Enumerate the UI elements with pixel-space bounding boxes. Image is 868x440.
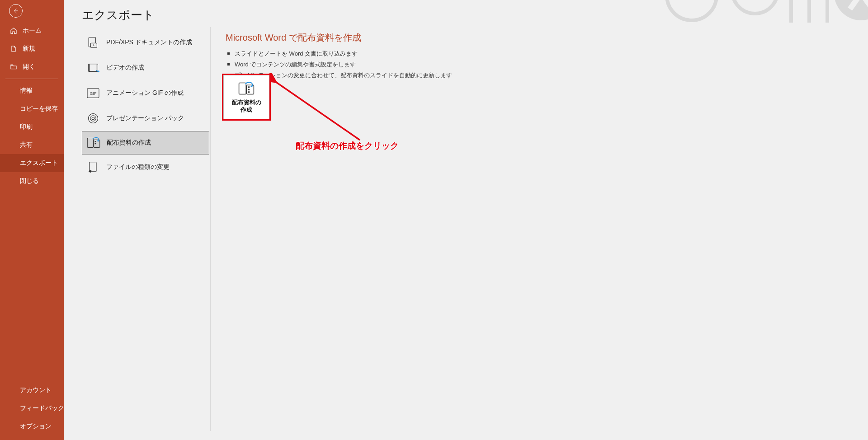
export-option-video[interactable]: ビデオの作成 bbox=[82, 55, 209, 80]
backstage-main: エクスポート PDF/XPS ドキュメントの作成ビデオの作成GIFアニメーション… bbox=[64, 0, 868, 440]
detail-title: Microsoft Word で配布資料を作成 bbox=[226, 32, 452, 44]
sidebar-item-label: 閉じる bbox=[20, 177, 39, 185]
sidebar-item-info[interactable]: 情報 bbox=[0, 82, 64, 100]
sidebar-item-label: フィードバック bbox=[20, 404, 64, 412]
new-icon bbox=[9, 44, 18, 53]
vertical-divider bbox=[210, 27, 211, 431]
svg-point-9 bbox=[92, 117, 94, 120]
export-option-gif[interactable]: GIFアニメーション GIF の作成 bbox=[82, 80, 209, 106]
decorative-shapes bbox=[656, 0, 868, 50]
svg-point-10 bbox=[90, 116, 96, 122]
svg-point-1 bbox=[732, 0, 778, 14]
sidebar-item-label: 開く bbox=[23, 63, 35, 71]
sidebar-item-open[interactable]: 開く bbox=[0, 58, 64, 76]
annotation-arrow bbox=[269, 73, 364, 143]
pdfxps-icon bbox=[86, 36, 100, 49]
handouts-arrow-icon bbox=[238, 81, 255, 96]
svg-rect-14 bbox=[95, 143, 96, 145]
sidebar-item-label: エクスポート bbox=[20, 159, 58, 167]
svg-rect-13 bbox=[95, 141, 96, 142]
export-option-pdfxps[interactable]: PDF/XPS ドキュメントの作成 bbox=[82, 30, 209, 55]
detail-bullet: スライドとノートを Word 文書に取り込みます bbox=[226, 48, 452, 59]
sidebar-item-label: アカウント bbox=[20, 386, 52, 394]
back-button[interactable] bbox=[0, 0, 64, 22]
detail-bullet: Word でコンテンツの編集や書式設定をします bbox=[226, 59, 452, 70]
back-arrow-icon bbox=[9, 4, 23, 18]
sidebar-item-home[interactable]: ホーム bbox=[0, 22, 64, 40]
sidebar-item-label: 共有 bbox=[20, 141, 33, 149]
svg-rect-16 bbox=[239, 83, 246, 94]
export-option-label: PDF/XPS ドキュメントの作成 bbox=[106, 38, 192, 47]
svg-point-8 bbox=[89, 114, 98, 123]
sidebar-item-label: コピーを保存 bbox=[20, 105, 58, 113]
sidebar-item-feedback[interactable]: フィードバック bbox=[0, 399, 64, 417]
sidebar-item-savecopy[interactable]: コピーを保存 bbox=[0, 100, 64, 118]
svg-line-21 bbox=[275, 81, 360, 140]
sidebar-item-label: 新規 bbox=[23, 45, 35, 53]
sidebar-item-label: 情報 bbox=[20, 87, 33, 95]
svg-point-2 bbox=[834, 0, 868, 20]
handout-icon bbox=[87, 136, 100, 150]
svg-rect-15 bbox=[90, 162, 96, 172]
sidebar-item-export[interactable]: エクスポート bbox=[0, 154, 64, 172]
page-title: エクスポート bbox=[82, 7, 155, 23]
sidebar-item-new[interactable]: 新規 bbox=[0, 40, 64, 58]
sidebar-item-label: 印刷 bbox=[20, 123, 33, 131]
svg-rect-17 bbox=[247, 85, 254, 94]
export-option-package[interactable]: プレゼンテーション パック bbox=[82, 106, 209, 131]
svg-rect-20 bbox=[248, 92, 250, 93]
export-option-label: アニメーション GIF の作成 bbox=[106, 89, 184, 97]
export-option-label: 配布資料の作成 bbox=[107, 139, 151, 147]
annotation-highlight-box: 配布資料の作成 bbox=[222, 74, 271, 121]
backstage-sidebar: ホーム新規開く 情報コピーを保存印刷共有エクスポート閉じる アカウントフィードバ… bbox=[0, 0, 64, 440]
export-options-list: PDF/XPS ドキュメントの作成ビデオの作成GIFアニメーション GIF の作… bbox=[82, 30, 209, 180]
export-option-label: ファイルの種類の変更 bbox=[106, 163, 170, 171]
sidebar-item-print[interactable]: 印刷 bbox=[0, 118, 64, 136]
export-option-handout[interactable]: 配布資料の作成 bbox=[82, 131, 209, 154]
sidebar-item-account[interactable]: アカウント bbox=[0, 381, 64, 399]
export-option-label: プレゼンテーション パック bbox=[106, 114, 184, 122]
export-option-label: ビデオの作成 bbox=[106, 64, 144, 72]
package-icon bbox=[86, 112, 100, 125]
export-option-changetype[interactable]: ファイルの種類の変更 bbox=[82, 154, 209, 180]
sidebar-item-share[interactable]: 共有 bbox=[0, 136, 64, 154]
svg-rect-18 bbox=[248, 87, 250, 88]
sidebar-item-options[interactable]: オプション bbox=[0, 417, 64, 435]
svg-point-0 bbox=[667, 0, 717, 20]
create-handouts-button-label: 配布資料の作成 bbox=[232, 99, 261, 113]
open-icon bbox=[9, 62, 18, 71]
svg-text:GIF: GIF bbox=[90, 91, 97, 96]
video-icon bbox=[86, 61, 100, 75]
sidebar-item-label: ホーム bbox=[23, 27, 42, 35]
svg-rect-19 bbox=[248, 89, 250, 90]
create-handouts-button[interactable]: 配布資料の作成 bbox=[223, 75, 269, 119]
svg-rect-11 bbox=[87, 138, 93, 148]
sidebar-separator bbox=[5, 79, 58, 79]
sidebar-item-label: オプション bbox=[20, 422, 52, 431]
changetype-icon bbox=[86, 160, 100, 174]
home-icon bbox=[9, 26, 18, 35]
sidebar-item-close[interactable]: 閉じる bbox=[0, 172, 64, 190]
gif-icon: GIF bbox=[86, 86, 100, 100]
annotation-text: 配布資料の作成をクリック bbox=[296, 140, 399, 152]
